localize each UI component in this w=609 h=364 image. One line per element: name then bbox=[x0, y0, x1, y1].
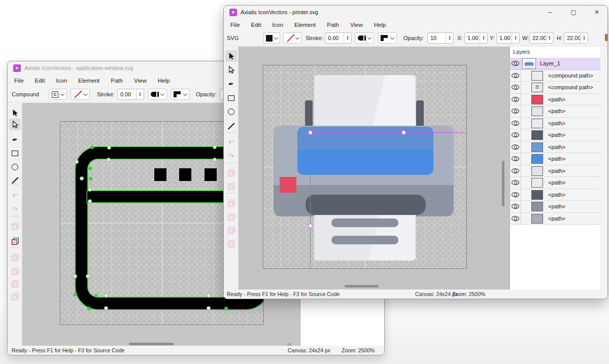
y-spinner[interactable]: ▲▼ bbox=[512, 33, 519, 43]
fill-dropdown[interactable]: C bbox=[49, 89, 67, 100]
layer-row[interactable]: <path> bbox=[510, 189, 600, 201]
printer-tray-bar-right[interactable] bbox=[416, 100, 424, 127]
tool-boolean-union[interactable] bbox=[225, 167, 237, 178]
tool-arrange-front[interactable] bbox=[225, 197, 237, 209]
layer-row[interactable]: <path> bbox=[510, 213, 600, 225]
app-window-icon-button-square[interactable] bbox=[179, 168, 191, 181]
path-node[interactable] bbox=[107, 145, 111, 150]
line-join-dropdown[interactable] bbox=[378, 32, 397, 44]
path-node[interactable] bbox=[94, 294, 98, 298]
path-node[interactable] bbox=[75, 160, 79, 164]
h-spinner[interactable]: ▲▼ bbox=[580, 33, 588, 43]
opacity-input[interactable]: 10 ▲▼ bbox=[427, 32, 454, 44]
app-window-icon-button-square[interactable] bbox=[154, 168, 166, 181]
selection-handle[interactable] bbox=[308, 224, 313, 228]
tool-arrange-back[interactable] bbox=[225, 238, 237, 249]
path-node[interactable] bbox=[88, 199, 92, 203]
menu-help[interactable]: Help bbox=[368, 19, 392, 30]
tool-arrange-backward[interactable] bbox=[225, 224, 237, 236]
layer-row[interactable]: <path> bbox=[510, 129, 600, 141]
selection-rectangle[interactable] bbox=[310, 132, 467, 269]
tool-line[interactable] bbox=[225, 120, 237, 132]
tool-pen[interactable]: ✒ bbox=[9, 134, 21, 145]
tool-arrange-back[interactable] bbox=[9, 290, 21, 302]
path-node[interactable] bbox=[207, 306, 211, 310]
fill-dropdown[interactable] bbox=[263, 32, 280, 44]
path-node[interactable] bbox=[80, 176, 84, 180]
titlebar[interactable]: ➤ Axialis IconVectors - printer.svg – ▢ … bbox=[224, 6, 607, 19]
selection-handle[interactable] bbox=[308, 130, 313, 135]
tool-select[interactable] bbox=[225, 50, 237, 62]
tool-arrange-forward[interactable] bbox=[225, 211, 237, 223]
layer-row[interactable]: = <compound path> bbox=[510, 82, 600, 94]
path-node[interactable] bbox=[74, 293, 77, 296]
menu-view[interactable]: View bbox=[128, 75, 152, 86]
w-spinner[interactable]: ▲▼ bbox=[546, 33, 553, 43]
menu-icon[interactable]: Icon bbox=[266, 19, 289, 30]
path-node[interactable] bbox=[88, 188, 92, 192]
tool-rectangle[interactable] bbox=[225, 92, 237, 104]
horizontal-scrollbar[interactable] bbox=[345, 285, 379, 287]
path-node[interactable] bbox=[90, 145, 94, 149]
menu-file[interactable]: File bbox=[225, 19, 246, 30]
path-node[interactable] bbox=[86, 274, 90, 278]
tool-pen[interactable]: ✒ bbox=[225, 78, 237, 90]
menu-edit[interactable]: Edit bbox=[29, 75, 51, 86]
vertical-scrollbar[interactable] bbox=[502, 161, 504, 206]
path-node[interactable] bbox=[207, 294, 211, 298]
maximize-button[interactable]: ▢ bbox=[562, 6, 585, 19]
selection-handle[interactable] bbox=[401, 130, 406, 135]
stroke-input[interactable]: 0.00 ▲▼ bbox=[117, 89, 144, 100]
menu-help[interactable]: Help bbox=[152, 75, 176, 86]
path-node[interactable] bbox=[213, 145, 217, 149]
stroke-input[interactable]: 0.00 ▲▼ bbox=[325, 32, 352, 44]
layer-row[interactable]: <path> bbox=[510, 118, 600, 130]
layer-row[interactable]: <path> bbox=[510, 201, 600, 213]
tool-direct-select[interactable] bbox=[9, 119, 21, 130]
path-node[interactable] bbox=[73, 274, 77, 278]
tool-select[interactable] bbox=[9, 107, 21, 119]
tool-arrange-front[interactable] bbox=[9, 251, 21, 263]
window-printer-svg[interactable]: ➤ Axialis IconVectors - printer.svg – ▢ … bbox=[223, 5, 608, 299]
tool-redo[interactable]: ↷ bbox=[9, 203, 21, 215]
menu-element[interactable]: Element bbox=[289, 19, 321, 30]
menu-path[interactable]: Path bbox=[321, 19, 345, 30]
layer-row[interactable]: <path> bbox=[510, 153, 600, 165]
layer-row[interactable]: <compound path> bbox=[510, 70, 600, 82]
layer-row[interactable]: <path> bbox=[510, 177, 600, 189]
tool-undo[interactable]: ↶ bbox=[225, 136, 237, 148]
path-node[interactable] bbox=[104, 294, 108, 298]
menu-element[interactable]: Element bbox=[73, 75, 105, 86]
printer-power-button[interactable] bbox=[280, 177, 296, 193]
menu-file[interactable]: File bbox=[9, 75, 29, 86]
icon-canvas[interactable] bbox=[263, 65, 467, 269]
path-node[interactable] bbox=[107, 158, 111, 162]
path-node[interactable] bbox=[88, 167, 92, 170]
tool-arrange-backward[interactable] bbox=[9, 278, 21, 289]
printer-paper-input[interactable] bbox=[314, 75, 416, 126]
horizontal-scrollbar[interactable] bbox=[129, 343, 174, 345]
stroke-color-dropdown[interactable] bbox=[283, 32, 302, 44]
tool-undo[interactable]: ↶ bbox=[9, 190, 21, 201]
tool-direct-select[interactable] bbox=[225, 64, 237, 76]
menu-path[interactable]: Path bbox=[105, 75, 128, 86]
menu-icon[interactable]: Icon bbox=[50, 75, 73, 86]
tool-rectangle[interactable] bbox=[9, 148, 21, 159]
minimize-button[interactable]: – bbox=[538, 6, 562, 19]
path-node[interactable] bbox=[213, 158, 217, 162]
layer-row[interactable]: <path> bbox=[510, 94, 600, 106]
layer-row[interactable]: <path> bbox=[510, 105, 600, 118]
menu-edit[interactable]: Edit bbox=[246, 19, 267, 30]
line-cap-dropdown[interactable] bbox=[148, 89, 167, 100]
clipped-toolbar-item[interactable] bbox=[605, 34, 607, 41]
path-node[interactable] bbox=[89, 177, 92, 180]
layer-row[interactable]: <path> bbox=[510, 141, 600, 154]
tool-ellipse[interactable] bbox=[225, 106, 237, 118]
x-spinner[interactable]: ▲▼ bbox=[480, 33, 487, 43]
menu-view[interactable]: View bbox=[345, 19, 368, 30]
path-node[interactable] bbox=[87, 307, 91, 310]
stroke-color-dropdown[interactable] bbox=[71, 89, 90, 100]
opacity-spinner[interactable]: ▲▼ bbox=[446, 33, 453, 43]
tool-boolean-union[interactable] bbox=[9, 220, 21, 232]
tool-redo[interactable]: ↷ bbox=[225, 150, 237, 162]
